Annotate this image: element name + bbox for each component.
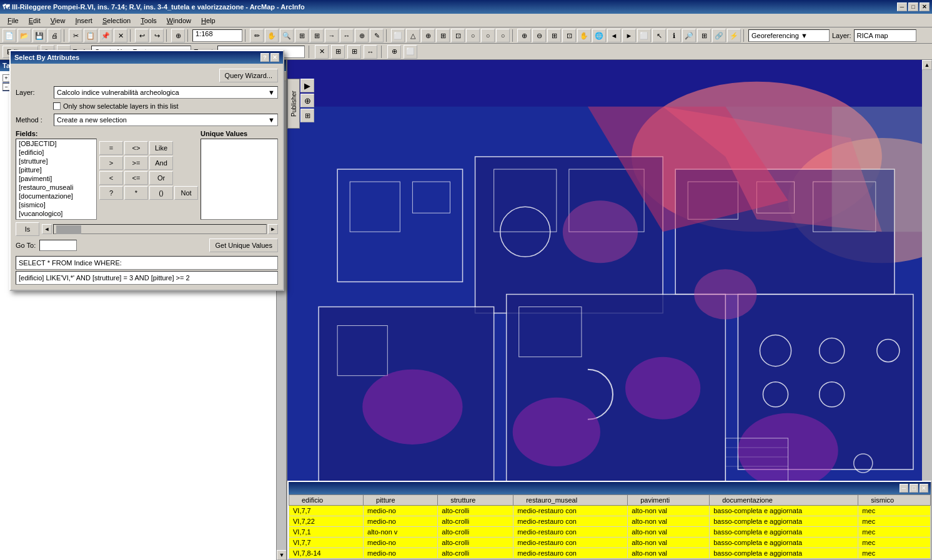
save-btn[interactable]: 💾 [32,29,46,42]
op-not[interactable]: Not [174,186,198,200]
op-like[interactable]: Like [149,141,173,155]
col-restauro[interactable]: restauro_museal [513,495,628,506]
goto-input[interactable] [39,240,77,251]
side-icon-1[interactable]: ▶ [300,79,314,92]
pan[interactable]: ✋ [577,29,591,42]
sql-query-area[interactable]: [edificio] LIKE'VI,*' AND [strutture] = … [16,271,278,285]
arrow-tool[interactable]: ↖ [652,29,666,42]
publisher-panel[interactable]: Publisher [287,79,300,129]
paste-btn[interactable]: 📌 [99,29,112,42]
col-strutture[interactable]: strutture [438,495,513,506]
tool2[interactable]: ⊞ [310,29,324,42]
editor-tool2[interactable]: ⊞ [331,45,345,59]
op-parens[interactable]: () [149,186,173,200]
undo-btn[interactable]: ↩ [135,29,149,42]
hyperlink-btn[interactable]: 🔗 [712,29,726,42]
cut-btn[interactable]: ✂ [69,29,82,42]
op-star[interactable]: * [124,186,148,200]
map-scroll-up[interactable]: ▲ [922,60,932,70]
tool6[interactable]: ✎ [370,29,384,42]
table-maximize-btn[interactable]: □ [910,484,918,493]
bookmark[interactable]: ⬜ [637,29,651,42]
op-is[interactable]: Is [16,222,39,236]
print-btn[interactable]: 🖨 [47,29,61,42]
zoom-sel[interactable]: ⊡ [562,29,576,42]
georeferencing-dropdown[interactable]: Georeferencing ▼ [748,29,830,42]
editor-snapping[interactable]: ⊕ [387,45,401,59]
op-notequal[interactable]: <> [124,141,148,155]
tool14[interactable]: ○ [496,29,510,42]
editor-tool4[interactable]: ↔ [364,45,377,59]
field-objectid[interactable]: [OBJECTID] [16,139,96,148]
tool8[interactable]: △ [406,29,420,42]
menu-file[interactable]: File [2,16,24,26]
copy-btn[interactable]: 📋 [84,29,97,42]
table-row[interactable]: VI,7,22 medio-no alto-crolli medio-resta… [289,516,931,527]
menu-edit[interactable]: Edit [24,16,46,26]
menu-view[interactable]: View [46,16,71,26]
zoom-in-2[interactable]: ⊕ [517,29,531,42]
new-btn[interactable]: 📄 [2,29,16,42]
get-unique-values-btn[interactable]: Get Unique Values [209,238,278,252]
delete-btn[interactable]: ✕ [114,29,127,42]
scroll-right-btn[interactable]: ► [268,224,278,234]
op-question[interactable]: ? [99,186,123,200]
open-btn[interactable]: 📂 [17,29,31,42]
query-wizard-button[interactable]: Query Wizard... [219,69,278,82]
tool3[interactable]: → [325,29,339,42]
method-dropdown[interactable]: Create a new selection ▼ [54,114,278,126]
menu-window[interactable]: Window [162,16,196,26]
toc-scroll-down[interactable]: ▼ [277,550,286,560]
tool10[interactable]: ⊞ [436,29,450,42]
forward[interactable]: ► [622,29,636,42]
globe[interactable]: 🌐 [592,29,606,42]
table-minimize-btn[interactable]: ─ [900,484,908,493]
tool5[interactable]: ⊕ [355,29,369,42]
html-btn[interactable]: ⚡ [727,29,741,42]
table-row[interactable]: VI,7,7 medio-no alto-crolli medio-restau… [289,506,931,516]
back[interactable]: ◄ [607,29,621,42]
field-documentazione[interactable]: [documentazione] [16,192,96,200]
tool7[interactable]: ⬜ [391,29,405,42]
field-sismico[interactable]: [sismico] [16,200,96,209]
redo-btn[interactable]: ↪ [150,29,164,42]
op-gt[interactable]: > [99,156,123,170]
fields-list[interactable]: [OBJECTID] [edificio] [strutture] [pittu… [16,139,97,220]
info-btn[interactable]: ℹ [667,29,681,42]
identify-btn[interactable]: ⊕ [171,29,185,42]
table-close-btn[interactable]: ✕ [920,484,928,493]
edit-tool[interactable]: ✏ [250,29,264,42]
field-idrogeologico[interactable]: [idrogeologico] [16,218,96,220]
find-btn[interactable]: 🔎 [682,29,696,42]
zoom-out[interactable]: ⊖ [532,29,546,42]
menu-selection[interactable]: Selection [97,16,136,26]
tool13[interactable]: ○ [481,29,495,42]
tool12[interactable]: ○ [466,29,480,42]
dialog-close-btn[interactable]: ✕ [270,53,279,62]
scroll-left-btn[interactable]: ◄ [42,224,52,234]
unique-values-list[interactable] [201,139,278,220]
minimize-button[interactable]: ─ [897,2,907,11]
pan-tool[interactable]: ✋ [265,29,279,42]
field-edificio[interactable]: [edificio] [16,148,96,157]
field-pavimenti[interactable]: [pavimenti] [16,174,96,183]
menu-tools[interactable]: Tools [136,16,162,26]
table-row[interactable]: VI,7,7 medio-no alto-crolli medio-restau… [289,538,931,548]
selectable-checkbox[interactable] [53,102,61,110]
col-edificio[interactable]: edificio [289,495,364,506]
menu-help[interactable]: Help [196,16,221,26]
col-documentazione[interactable]: documentazione [710,495,858,506]
scale-input[interactable]: 1:168 [192,29,242,42]
op-lt[interactable]: < [99,171,123,185]
col-pitture[interactable]: pitture [364,495,438,506]
field-pitture[interactable]: [pitture] [16,165,96,174]
tool11[interactable]: ⊡ [451,29,465,42]
side-icon-2[interactable]: ⊕ [300,94,314,107]
col-sismico[interactable]: sismico [858,495,931,506]
dialog-help-btn[interactable]: ? [260,53,269,62]
op-equals[interactable]: = [99,141,123,155]
tool1[interactable]: ⊞ [295,29,309,42]
op-lte[interactable]: <= [124,171,148,185]
menu-insert[interactable]: Insert [70,16,97,26]
layer-dropdown-dialog[interactable]: Calcolo indice vulnerabilità archeologic… [54,86,278,99]
